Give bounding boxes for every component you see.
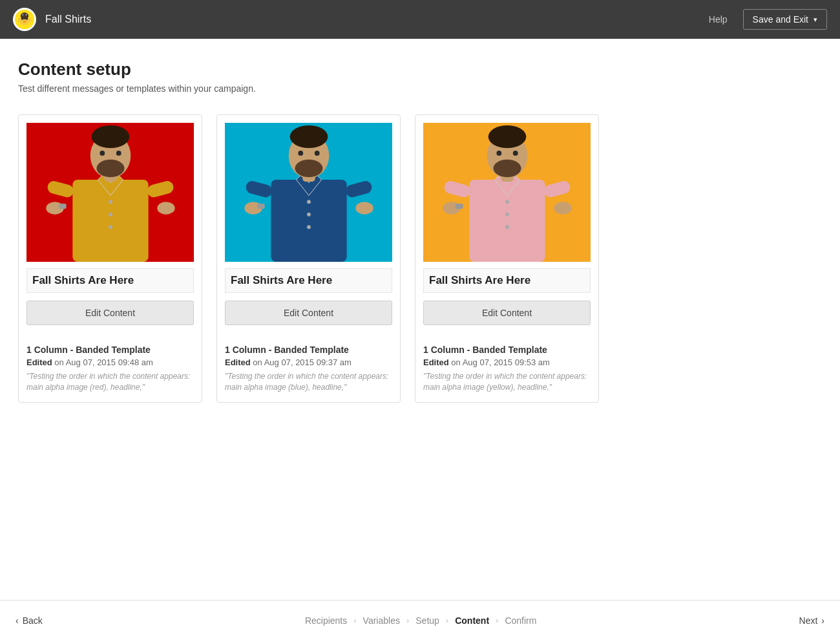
edit-content-button[interactable]: Edit Content	[26, 301, 194, 325]
svg-point-21	[96, 160, 124, 177]
card-image	[423, 123, 591, 262]
svg-rect-32	[344, 180, 373, 199]
header-left: Fall Shirts	[13, 8, 91, 31]
svg-point-44	[505, 200, 509, 204]
svg-rect-48	[542, 180, 571, 199]
edit-content-button[interactable]: Edit Content	[423, 301, 591, 325]
svg-point-29	[307, 213, 311, 217]
chevron-right-icon: ›	[821, 615, 824, 626]
main-content: Content setup Test different messages or…	[0, 39, 840, 600]
svg-point-7	[21, 12, 28, 19]
content-card: Fall Shirts Are Here Edit Content 1 Colu…	[216, 114, 401, 403]
template-name: 1 Column - Banded Template	[26, 345, 194, 355]
card-edited-date: Edited on Aug 07, 2015 09:37 am	[225, 357, 392, 367]
save-exit-button[interactable]: Save and Exit ▾	[743, 9, 827, 30]
page-subtext: Test different messages or templates wit…	[18, 83, 822, 94]
svg-rect-31	[244, 180, 273, 199]
card-headline-container: Fall Shirts Are Here	[423, 268, 591, 293]
card-headline-container: Fall Shirts Are Here	[225, 268, 392, 293]
svg-point-55	[496, 151, 501, 156]
content-card: Fall Shirts Are Here Edit Content 1 Colu…	[415, 114, 599, 403]
template-name: 1 Column - Banded Template	[225, 345, 392, 355]
svg-point-24	[116, 151, 121, 156]
card-headline: Fall Shirts Are Here	[429, 274, 530, 286]
svg-rect-47	[443, 180, 472, 199]
card-image	[225, 123, 392, 262]
step-separator-icon: ›	[353, 615, 356, 625]
card-edited-date: Edited on Aug 07, 2015 09:53 am	[423, 357, 591, 367]
step-separator-icon: ›	[496, 615, 498, 625]
svg-point-12	[109, 200, 112, 204]
svg-point-50	[554, 202, 571, 215]
svg-point-4	[23, 21, 26, 23]
card-metadata: 1 Column - Banded Template Edited on Aug…	[415, 336, 598, 402]
content-card: Fall Shirts Are Here Edit Content 1 Colu…	[18, 114, 202, 403]
back-button[interactable]: ‹ Back	[16, 615, 43, 626]
card-inner: Fall Shirts Are Here Edit Content	[217, 115, 400, 336]
svg-point-56	[512, 151, 518, 156]
bottom-nav: ‹ Back Recipients›Variables›Setup›Conten…	[0, 600, 840, 640]
header-right: Help Save and Exit ▾	[709, 9, 827, 30]
svg-point-40	[314, 151, 319, 156]
nav-step-recipients[interactable]: Recipients	[305, 615, 347, 626]
svg-point-46	[505, 225, 509, 229]
svg-rect-25	[58, 204, 66, 209]
svg-point-14	[109, 225, 112, 229]
cards-container: Fall Shirts Are Here Edit Content 1 Colu…	[18, 114, 822, 403]
card-image	[26, 123, 194, 262]
card-metadata: 1 Column - Banded Template Edited on Aug…	[19, 336, 202, 402]
page-title: Content setup	[18, 59, 822, 80]
card-description: "Testing the order in which the content …	[26, 371, 194, 393]
nav-step-confirm[interactable]: Confirm	[505, 615, 536, 626]
card-metadata: 1 Column - Banded Template Edited on Aug…	[217, 336, 400, 402]
svg-point-38	[289, 125, 328, 148]
edited-label: Edited	[26, 357, 52, 367]
step-separator-icon: ›	[406, 615, 409, 625]
edit-content-button[interactable]: Edit Content	[225, 301, 392, 325]
step-separator-icon: ›	[446, 615, 448, 625]
logo	[13, 8, 36, 31]
svg-point-5	[18, 18, 21, 21]
chevron-left-icon: ‹	[16, 615, 19, 626]
card-inner: Fall Shirts Are Here Edit Content	[19, 115, 202, 336]
logo-icon	[14, 9, 35, 30]
svg-point-54	[488, 125, 526, 148]
svg-point-8	[22, 14, 24, 16]
svg-point-6	[28, 18, 31, 21]
svg-point-39	[298, 151, 303, 156]
svg-point-53	[493, 160, 521, 177]
person-illustration	[430, 123, 585, 262]
nav-step-content[interactable]: Content	[455, 615, 489, 626]
nav-steps: Recipients›Variables›Setup›Content›Confi…	[305, 615, 537, 626]
next-button[interactable]: Next ›	[799, 615, 824, 626]
card-description: "Testing the order in which the content …	[423, 371, 591, 393]
svg-point-23	[100, 151, 105, 156]
app-header: Fall Shirts Help Save and Exit ▾	[0, 0, 840, 39]
card-headline: Fall Shirts Are Here	[32, 274, 134, 286]
nav-step-variables[interactable]: Variables	[363, 615, 400, 626]
svg-rect-57	[455, 204, 463, 209]
svg-point-9	[25, 14, 27, 16]
svg-point-22	[91, 125, 129, 148]
person-illustration	[231, 123, 386, 262]
edited-label: Edited	[423, 357, 449, 367]
help-link[interactable]: Help	[709, 14, 728, 25]
svg-rect-16	[145, 180, 174, 199]
svg-point-37	[295, 160, 322, 177]
svg-point-45	[505, 213, 509, 217]
svg-point-30	[307, 225, 311, 229]
svg-point-34	[355, 202, 373, 215]
card-headline: Fall Shirts Are Here	[231, 274, 332, 286]
card-headline-container: Fall Shirts Are Here	[26, 268, 194, 293]
card-edited-date: Edited on Aug 07, 2015 09:48 am	[26, 357, 194, 367]
person-illustration	[33, 123, 188, 262]
svg-point-18	[157, 202, 174, 215]
template-name: 1 Column - Banded Template	[423, 345, 591, 355]
nav-step-setup[interactable]: Setup	[415, 615, 439, 626]
svg-rect-15	[46, 180, 75, 199]
svg-point-13	[109, 213, 112, 217]
svg-point-28	[307, 200, 311, 204]
card-description: "Testing the order in which the content …	[225, 371, 392, 393]
svg-rect-41	[257, 204, 264, 209]
card-inner: Fall Shirts Are Here Edit Content	[415, 115, 598, 336]
